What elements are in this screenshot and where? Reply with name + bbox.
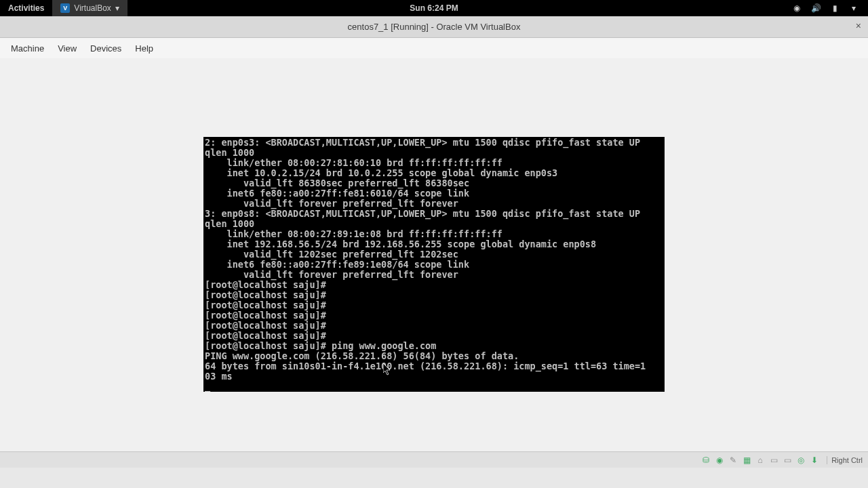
menu-machine[interactable]: Machine xyxy=(4,43,51,54)
close-button[interactable]: × xyxy=(856,20,861,31)
vm-display-area[interactable]: 2: enp0s3: <BROADCAST,MULTICAST,UP,LOWER… xyxy=(0,58,868,468)
mouse-integration-icon[interactable]: ⬇ xyxy=(809,455,820,466)
recording-icon[interactable]: ◎ xyxy=(795,455,806,466)
display-icon[interactable]: ▭ xyxy=(782,455,793,466)
system-menu-toggle[interactable]: ▾ xyxy=(849,3,859,13)
menu-devices[interactable]: Devices xyxy=(83,43,128,54)
volume-icon[interactable]: 🔊 xyxy=(811,3,821,13)
vm-console-terminal[interactable]: 2: enp0s3: <BROADCAST,MULTICAST,UP,LOWER… xyxy=(203,137,665,392)
host-key-indicator[interactable]: Right Ctrl xyxy=(831,456,863,464)
menu-help[interactable]: Help xyxy=(128,43,160,54)
network-icon[interactable]: ▦ xyxy=(741,455,752,466)
shared-folder-icon[interactable]: ▭ xyxy=(768,455,779,466)
virtualbox-icon: V xyxy=(60,3,70,13)
activities-button[interactable]: Activities xyxy=(0,3,52,13)
menu-view[interactable]: View xyxy=(51,43,83,54)
app-menu-label: VirtualBox xyxy=(74,3,111,13)
clock[interactable]: Sun 6:24 PM xyxy=(410,3,458,13)
app-menu-button[interactable]: V VirtualBox ▾ xyxy=(52,0,127,16)
menubar: Machine View Devices Help xyxy=(0,38,868,58)
hdd-icon[interactable]: ⛁ xyxy=(701,455,711,466)
chevron-down-icon: ▾ xyxy=(115,3,119,13)
audio-icon[interactable]: ✎ xyxy=(728,455,738,466)
window-titlebar[interactable]: centos7_1 [Running] - Oracle VM VirtualB… xyxy=(0,16,868,38)
window-title: centos7_1 [Running] - Oracle VM VirtualB… xyxy=(348,22,521,32)
optical-icon[interactable]: ◉ xyxy=(714,455,725,466)
virtualbox-window: centos7_1 [Running] - Oracle VM VirtualB… xyxy=(0,16,868,468)
vm-statusbar: ⛁ ◉ ✎ ▦ ⌂ ▭ ▭ ◎ ⬇ Right Ctrl xyxy=(0,451,868,468)
usb-icon[interactable]: ⌂ xyxy=(755,455,766,466)
accessibility-icon[interactable]: ◉ xyxy=(792,3,802,13)
gnome-topbar: Activities V VirtualBox ▾ Sun 6:24 PM ◉ … xyxy=(0,0,868,16)
battery-icon[interactable]: ▮ xyxy=(830,3,840,13)
